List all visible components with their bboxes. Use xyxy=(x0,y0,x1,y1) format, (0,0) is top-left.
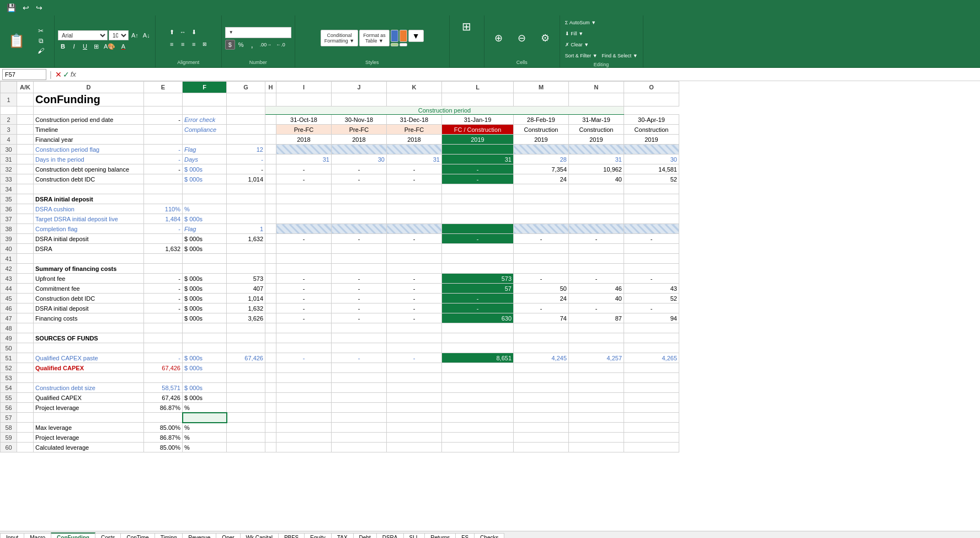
cell-m-41[interactable] xyxy=(514,254,569,264)
cell-ak-3[interactable] xyxy=(17,125,34,135)
cell-i-41[interactable] xyxy=(276,254,332,264)
cell-k-35[interactable] xyxy=(387,194,442,204)
cell-l-54[interactable] xyxy=(442,383,514,393)
cell-ak-2[interactable] xyxy=(17,115,34,125)
cell-m-31[interactable]: 28 xyxy=(514,155,569,164)
row-number-56[interactable]: 56 xyxy=(1,403,17,413)
sheet-tab-equity[interactable]: Equity xyxy=(304,533,332,539)
cell-k-59[interactable] xyxy=(387,433,442,443)
cell-o-54[interactable] xyxy=(624,383,679,393)
sheet-tab-dsra[interactable]: DSRA xyxy=(376,533,404,539)
cell-reference-input[interactable] xyxy=(2,69,46,80)
cell-ak-55[interactable] xyxy=(17,393,34,403)
copy-button[interactable]: ⧉ xyxy=(31,36,51,45)
cell-m-4[interactable]: 2019 xyxy=(514,135,569,145)
cell-e-38[interactable]: - xyxy=(144,224,183,234)
cell-i-48[interactable] xyxy=(276,323,332,333)
col-header-f[interactable]: F xyxy=(183,82,227,93)
sheet-tab-costs[interactable]: Costs xyxy=(95,533,121,539)
cell-n-48[interactable] xyxy=(569,323,624,333)
cell-n-47[interactable]: 87 xyxy=(569,313,624,323)
cell-i-44[interactable]: - xyxy=(276,284,332,294)
cell-k-43[interactable]: - xyxy=(387,274,442,284)
cell-h-47[interactable] xyxy=(265,313,276,323)
cell-k-36[interactable] xyxy=(387,204,442,214)
cell-m-42[interactable] xyxy=(514,264,569,274)
cell-g-47[interactable]: 3,626 xyxy=(227,313,265,323)
cell-h-3[interactable] xyxy=(265,125,276,135)
cell-e-54[interactable]: 58,571 xyxy=(144,383,183,393)
cell-k-33[interactable]: - xyxy=(387,174,442,184)
row-number-3[interactable]: 3 xyxy=(1,125,17,135)
font-grow-button[interactable]: A↑ xyxy=(130,30,140,40)
cell-e-49[interactable] xyxy=(144,333,183,343)
cell-f-3[interactable]: Compliance xyxy=(183,125,227,135)
cell-g-53[interactable] xyxy=(227,373,265,383)
accent5-button[interactable] xyxy=(400,30,407,42)
cell-e-53[interactable] xyxy=(144,373,183,383)
undo-button[interactable]: ↩ xyxy=(20,2,31,13)
cell-i-47[interactable]: - xyxy=(276,313,332,323)
cell-m-32[interactable]: 7,354 xyxy=(514,164,569,174)
cell-h-53[interactable] xyxy=(265,373,276,383)
cell-d-3[interactable]: Timeline xyxy=(34,125,144,135)
cell-h-45[interactable] xyxy=(265,294,276,303)
cell-l-52[interactable] xyxy=(442,363,514,373)
sort-filter-button[interactable]: Sort & Filter ▼ xyxy=(563,51,599,61)
cell-d-47[interactable]: Financing costs xyxy=(34,313,144,323)
cell-g-30[interactable]: 12 xyxy=(227,145,265,155)
cell-ak-35[interactable] xyxy=(17,194,34,204)
cell-k-51[interactable]: - xyxy=(387,353,442,363)
cell-k-1[interactable] xyxy=(387,93,442,106)
cell-f-46[interactable]: $ 000s xyxy=(183,303,227,313)
cell-h-35[interactable] xyxy=(265,194,276,204)
cell-j-33[interactable]: - xyxy=(332,174,387,184)
cell-o-48[interactable] xyxy=(624,323,679,333)
cut-button[interactable]: ✂ xyxy=(31,26,51,35)
col-header-g[interactable]: G xyxy=(227,82,265,93)
cell-ak-47[interactable] xyxy=(17,313,34,323)
redo-button[interactable]: ↪ xyxy=(34,2,45,13)
row-number-53[interactable]: 53 xyxy=(1,373,17,383)
row-number-31[interactable]: 31 xyxy=(1,155,17,164)
cell-f-39[interactable]: $ 000s xyxy=(183,234,227,244)
cell-g-2[interactable] xyxy=(227,115,265,125)
cell-o-49[interactable] xyxy=(624,333,679,343)
col-header-j[interactable]: J xyxy=(332,82,387,93)
cell-f-38[interactable]: Flag xyxy=(183,224,227,234)
cell-k-31[interactable]: 31 xyxy=(387,155,442,164)
decrease-decimal-button[interactable]: .00→ xyxy=(258,40,274,50)
cell-o-55[interactable] xyxy=(624,393,679,403)
sheet-tab-checks[interactable]: Checks xyxy=(474,533,504,539)
cell-n-43[interactable]: - xyxy=(569,274,624,284)
cell-ak-41[interactable] xyxy=(17,254,34,264)
cell-l-51[interactable]: 8,651 xyxy=(442,353,514,363)
cell-m-39[interactable]: - xyxy=(514,234,569,244)
cell-k-4[interactable]: 2018 xyxy=(387,135,442,145)
cell-ak-54[interactable] xyxy=(17,383,34,393)
cell-l-47[interactable]: 630 xyxy=(442,313,514,323)
cell-m-38[interactable] xyxy=(514,224,569,234)
cell-e-47[interactable] xyxy=(144,313,183,323)
cell-n-46[interactable]: - xyxy=(569,303,624,313)
cell-ak-37[interactable] xyxy=(17,214,34,224)
cell-d-55[interactable]: Qualified CAPEX xyxy=(34,393,144,403)
cell-j-43[interactable]: - xyxy=(332,274,387,284)
cell-e-58[interactable]: 85.00% xyxy=(144,423,183,433)
cell-m-51[interactable]: 4,245 xyxy=(514,353,569,363)
find-select-button[interactable]: Find & Select ▼ xyxy=(600,51,640,61)
cell-n-57[interactable] xyxy=(569,413,624,423)
row-number-35[interactable]: 35 xyxy=(1,194,17,204)
cell-j-35[interactable] xyxy=(332,194,387,204)
cell-d-58[interactable]: Max leverage xyxy=(34,423,144,433)
cell-k-50[interactable] xyxy=(387,343,442,353)
row-number-36[interactable]: 36 xyxy=(1,204,17,214)
cell-f-42[interactable] xyxy=(183,264,227,274)
cell-e-39[interactable] xyxy=(144,234,183,244)
cell-ak-52[interactable] xyxy=(17,363,34,373)
cell-h-46[interactable] xyxy=(265,303,276,313)
cell-h-60[interactable] xyxy=(265,443,276,452)
cell-ak-46[interactable] xyxy=(17,303,34,313)
cell-j-40[interactable] xyxy=(332,244,387,254)
cell-h-36[interactable] xyxy=(265,204,276,214)
